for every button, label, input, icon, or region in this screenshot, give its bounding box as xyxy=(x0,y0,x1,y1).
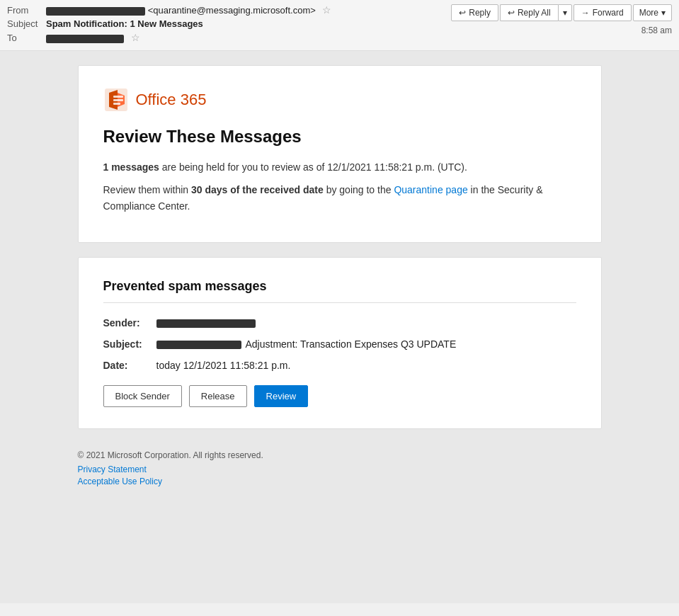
from-value: <quarantine@messaging.microsoft.com> ☆ xyxy=(46,4,331,16)
email-footer: © 2021 Microsoft Corporation. All rights… xyxy=(78,443,602,492)
spam-card: Prevented spam messages Sender: Subject:… xyxy=(78,257,602,429)
review-button[interactable]: Review xyxy=(254,385,309,407)
reply-icon: ↩ xyxy=(459,8,466,18)
reply-all-group: ↩ Reply All ▾ xyxy=(500,4,572,21)
to-label: To xyxy=(7,33,46,43)
sender-value xyxy=(156,317,256,329)
email-actions: ↩ Reply ↩ Reply All ▾ → Forward More ▾ xyxy=(451,4,672,21)
spam-heading: Prevented spam messages xyxy=(103,279,576,303)
email-meta: From <quarantine@messaging.microsoft.com… xyxy=(7,4,451,46)
release-button[interactable]: Release xyxy=(189,385,247,407)
dropdown-icon: ▾ xyxy=(563,8,567,18)
forward-button[interactable]: → Forward xyxy=(574,4,632,21)
sender-label: Sender: xyxy=(103,317,156,329)
from-label: From xyxy=(7,5,46,16)
svg-rect-3 xyxy=(113,103,120,105)
reply-all-label: Reply All xyxy=(518,8,551,18)
spam-subject-text: Adjustment: Transaction Expenses Q3 UPDA… xyxy=(246,338,457,350)
from-email: <quarantine@messaging.microsoft.com> xyxy=(148,5,316,16)
email-content-container: Office 365 Review These Messages 1 messa… xyxy=(71,65,609,492)
sender-redacted xyxy=(156,319,256,328)
reply-all-icon: ↩ xyxy=(508,8,515,18)
reply-all-dropdown-button[interactable]: ▾ xyxy=(558,4,572,21)
review-card: Office 365 Review These Messages 1 messa… xyxy=(78,65,602,243)
email-header: From <quarantine@messaging.microsoft.com… xyxy=(0,0,679,51)
date-value: today 12/1/2021 11:58:21 p.m. xyxy=(156,360,291,371)
more-label: More xyxy=(639,8,658,18)
from-star-icon[interactable]: ☆ xyxy=(322,4,331,16)
subject-value: Spam Notification: 1 New Messages xyxy=(46,18,203,29)
to-star-icon[interactable]: ☆ xyxy=(131,32,140,43)
email-timestamp: 8:58 am xyxy=(641,25,672,35)
block-sender-button[interactable]: Block Sender xyxy=(103,385,182,407)
privacy-statement-link[interactable]: Privacy Statement xyxy=(78,464,602,474)
review-desc-2-mid: by going to the xyxy=(324,184,394,195)
email-body-wrapper: Office 365 Review These Messages 1 messa… xyxy=(0,51,679,603)
review-desc-1: 1 messages are being held for you to rev… xyxy=(103,159,576,175)
svg-rect-2 xyxy=(113,99,123,101)
review-heading: Review These Messages xyxy=(103,127,576,147)
acceptable-use-policy-link[interactable]: Acceptable Use Policy xyxy=(78,477,602,486)
spam-actions: Block Sender Release Review xyxy=(103,385,576,407)
review-desc-1-rest: are being held for you to review as of 1… xyxy=(159,161,467,173)
sender-row: Sender: xyxy=(103,317,576,329)
review-desc-2: Review them within 30 days of the receiv… xyxy=(103,182,576,214)
review-days-bold: 30 days of the received date xyxy=(191,184,324,195)
spam-subject-redacted xyxy=(156,341,241,349)
to-value: ☆ xyxy=(46,32,140,43)
office-logo: Office 365 xyxy=(103,87,576,113)
forward-label: Forward xyxy=(593,8,624,18)
reply-button[interactable]: ↩ Reply xyxy=(451,4,498,21)
reply-all-button[interactable]: ↩ Reply All xyxy=(500,4,558,21)
message-count: 1 messages xyxy=(103,161,159,173)
header-right: ↩ Reply ↩ Reply All ▾ → Forward More ▾ xyxy=(451,4,672,35)
subject-label: Subject xyxy=(7,18,46,29)
office365-icon xyxy=(103,87,129,113)
from-redacted xyxy=(46,7,145,16)
more-icon: ▾ xyxy=(661,8,666,18)
review-desc-2-pre: Review them within xyxy=(103,184,192,195)
date-label: Date: xyxy=(103,360,156,371)
reply-label: Reply xyxy=(469,8,491,18)
office-logo-text: Office 365 xyxy=(136,91,207,109)
spam-subject-label: Subject: xyxy=(103,338,156,350)
date-row: Date: today 12/1/2021 11:58:21 p.m. xyxy=(103,360,576,371)
to-redacted xyxy=(46,35,124,43)
forward-icon: → xyxy=(581,8,590,18)
copyright-text: © 2021 Microsoft Corporation. All rights… xyxy=(78,450,602,460)
svg-rect-1 xyxy=(113,96,123,98)
from-row: From <quarantine@messaging.microsoft.com… xyxy=(7,4,451,16)
spam-subject-value: Adjustment: Transaction Expenses Q3 UPDA… xyxy=(156,338,457,350)
more-button[interactable]: More ▾ xyxy=(633,4,672,21)
subject-detail-row: Subject: Adjustment: Transaction Expense… xyxy=(103,338,576,350)
subject-row: Subject Spam Notification: 1 New Message… xyxy=(7,18,451,29)
quarantine-page-link[interactable]: Quarantine page xyxy=(394,184,467,195)
to-row: To ☆ xyxy=(7,32,451,43)
